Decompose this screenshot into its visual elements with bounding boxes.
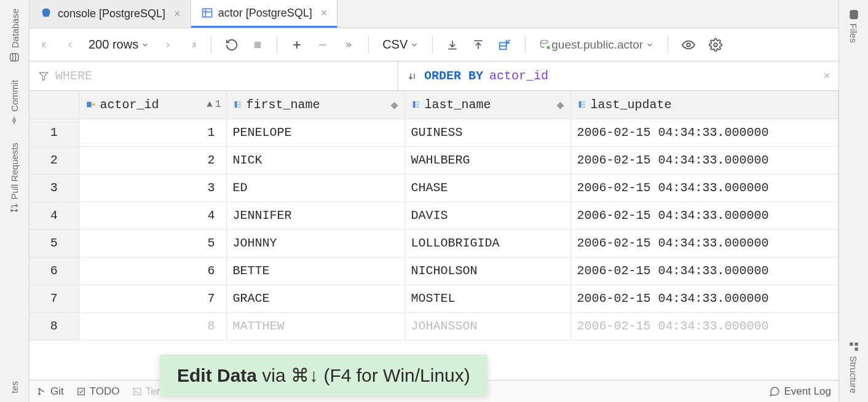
close-icon[interactable]: × bbox=[321, 7, 328, 20]
data-cell[interactable]: JENNIFER bbox=[226, 202, 404, 229]
data-cell[interactable]: 2006-02-15 04:34:33.000000 bbox=[570, 146, 838, 174]
data-cell[interactable]: DAVIS bbox=[404, 202, 570, 229]
tool-files[interactable]: Files bbox=[848, 0, 859, 52]
row-number-cell[interactable]: 3 bbox=[30, 174, 79, 202]
data-cell[interactable]: 2006-02-15 04:34:33.000000 bbox=[570, 119, 838, 146]
data-cell[interactable]: 2006-02-15 04:34:33.000000 bbox=[570, 229, 838, 257]
tool-pull-requests[interactable]: Pull Requests bbox=[9, 134, 20, 222]
order-by-input[interactable]: ORDER BY actor_id × bbox=[398, 61, 838, 90]
table-row[interactable]: 22NICKWAHLBERG2006-02-15 04:34:33.000000 bbox=[30, 146, 838, 174]
hint-bold: Edit Data bbox=[177, 365, 257, 385]
tool-database[interactable]: Database bbox=[9, 0, 20, 71]
data-cell[interactable]: 6 bbox=[79, 257, 226, 285]
data-cell[interactable]: 3 bbox=[79, 174, 226, 202]
column-header-first-name[interactable]: first_name ◆ bbox=[226, 91, 404, 119]
tab-actor[interactable]: actor [PostgreSQL] × bbox=[191, 0, 338, 28]
svg-rect-32 bbox=[234, 101, 237, 108]
data-cell[interactable]: 2006-02-15 04:34:33.000000 bbox=[570, 174, 838, 202]
column-name: first_name bbox=[247, 98, 320, 112]
data-cell[interactable]: ED bbox=[226, 174, 404, 202]
chevron-down-icon bbox=[410, 41, 419, 49]
status-git[interactable]: Git bbox=[37, 385, 64, 398]
table-row[interactable]: 33EDCHASE2006-02-15 04:34:33.000000 bbox=[30, 174, 838, 202]
terminal-icon bbox=[132, 387, 142, 396]
download-button[interactable] bbox=[443, 36, 462, 53]
status-todo[interactable]: TODO bbox=[76, 385, 120, 398]
row-number-cell[interactable]: 8 bbox=[30, 312, 79, 340]
row-number-cell[interactable]: 2 bbox=[30, 146, 79, 174]
row-number-header[interactable] bbox=[30, 91, 79, 119]
data-cell[interactable]: 4 bbox=[79, 202, 226, 229]
next-page-button[interactable] bbox=[159, 37, 176, 53]
data-cell[interactable]: CHASE bbox=[404, 174, 570, 202]
last-page-button[interactable] bbox=[183, 37, 201, 53]
table-row[interactable]: 66BETTENICHOLSON2006-02-15 04:34:33.0000… bbox=[30, 257, 838, 285]
clear-order-button[interactable]: × bbox=[823, 69, 830, 82]
data-cell[interactable]: 2006-02-15 04:34:33.000000 bbox=[570, 257, 838, 285]
data-cell[interactable]: 1 bbox=[79, 119, 226, 146]
commit-icon bbox=[10, 116, 20, 125]
data-cell[interactable]: 8 bbox=[79, 312, 226, 340]
data-cell[interactable]: MATTHEW bbox=[226, 312, 404, 340]
schema-selector[interactable]: guest.public.actor bbox=[535, 36, 658, 54]
row-number-cell[interactable]: 6 bbox=[30, 257, 79, 285]
column-header-last-name[interactable]: last_name ◆ bbox=[404, 91, 570, 119]
column-header-last-update[interactable]: last_update bbox=[570, 91, 838, 119]
table-row[interactable]: 88MATTHEWJOHANSSON2006-02-15 04:34:33.00… bbox=[30, 312, 838, 340]
data-cell[interactable]: NICK bbox=[226, 146, 404, 174]
add-row-button[interactable] bbox=[287, 36, 307, 53]
table-row[interactable]: 11PENELOPEGUINESS2006-02-15 04:34:33.000… bbox=[30, 119, 838, 146]
separator bbox=[525, 36, 526, 53]
row-number-cell[interactable]: 4 bbox=[30, 202, 79, 229]
data-cell[interactable]: GRACE bbox=[226, 285, 404, 312]
data-cell[interactable]: BETTE bbox=[226, 257, 404, 285]
data-cell[interactable]: PENELOPE bbox=[226, 119, 404, 146]
git-icon bbox=[37, 387, 47, 396]
rows-label: 200 rows bbox=[89, 37, 138, 52]
column-header-actor-id[interactable]: actor_id ▲ 1 bbox=[79, 91, 226, 119]
tab-console[interactable]: console [PostgreSQL] × bbox=[30, 0, 191, 28]
view-button[interactable] bbox=[678, 36, 699, 54]
data-cell[interactable]: GUINESS bbox=[404, 119, 570, 146]
data-cell[interactable]: 2006-02-15 04:34:33.000000 bbox=[570, 202, 838, 229]
tool-commit[interactable]: Commit bbox=[9, 71, 20, 134]
tool-bottom-truncated[interactable]: tes bbox=[9, 372, 20, 402]
svg-point-23 bbox=[547, 45, 550, 49]
reload-button[interactable] bbox=[221, 36, 242, 54]
where-filter-input[interactable]: WHERE bbox=[30, 61, 398, 90]
svg-rect-41 bbox=[582, 101, 585, 103]
data-cell[interactable]: 7 bbox=[79, 285, 226, 312]
data-grid[interactable]: actor_id ▲ 1 first_name ◆ bbox=[30, 91, 838, 380]
data-cell[interactable]: NICHOLSON bbox=[404, 257, 570, 285]
svg-rect-46 bbox=[77, 388, 84, 395]
data-cell[interactable]: JOHNNY bbox=[226, 229, 404, 257]
more-actions-button[interactable] bbox=[339, 37, 358, 52]
upload-button[interactable] bbox=[468, 36, 488, 53]
svg-rect-33 bbox=[238, 101, 241, 103]
prev-page-button[interactable] bbox=[61, 37, 79, 53]
tool-structure[interactable]: Structure bbox=[848, 333, 859, 402]
data-cell[interactable]: 2 bbox=[79, 146, 226, 174]
row-number-cell[interactable]: 5 bbox=[30, 229, 79, 257]
table-row[interactable]: 44JENNIFERDAVIS2006-02-15 04:34:33.00000… bbox=[30, 202, 838, 229]
close-icon[interactable]: × bbox=[174, 7, 181, 20]
table-row[interactable]: 77GRACEMOSTEL2006-02-15 04:34:33.000000 bbox=[30, 285, 838, 312]
data-cell[interactable]: MOSTEL bbox=[404, 285, 570, 312]
page-size-dropdown[interactable]: 200 rows bbox=[85, 35, 153, 54]
row-number-cell[interactable]: 7 bbox=[30, 285, 79, 312]
stop-button[interactable] bbox=[248, 37, 267, 53]
data-cell[interactable]: 5 bbox=[79, 229, 226, 257]
data-cell[interactable]: 2006-02-15 04:34:33.000000 bbox=[570, 285, 838, 312]
data-cell[interactable]: 2006-02-15 04:34:33.000000 bbox=[570, 312, 838, 340]
status-event-log[interactable]: Event Log bbox=[769, 385, 831, 398]
settings-button[interactable] bbox=[705, 36, 726, 54]
data-cell[interactable]: WAHLBERG bbox=[404, 146, 570, 174]
export-format-dropdown[interactable]: CSV bbox=[379, 35, 422, 54]
row-number-cell[interactable]: 1 bbox=[30, 119, 79, 146]
delete-row-button[interactable] bbox=[313, 36, 333, 53]
first-page-button[interactable] bbox=[37, 37, 55, 53]
data-cell[interactable]: JOHANSSON bbox=[404, 312, 570, 340]
import-table-button[interactable] bbox=[494, 36, 515, 54]
table-row[interactable]: 55JOHNNYLOLLOBRIGIDA2006-02-15 04:34:33.… bbox=[30, 229, 838, 257]
data-cell[interactable]: LOLLOBRIGIDA bbox=[404, 229, 570, 257]
